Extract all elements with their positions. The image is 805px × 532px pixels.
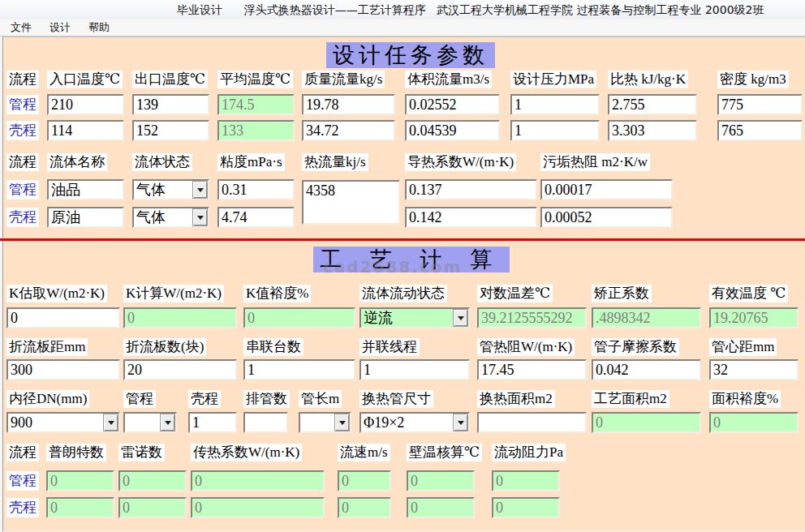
t1-shell-outlet-temp-input[interactable]	[132, 120, 209, 141]
t4-tube-pitch-input[interactable]	[709, 359, 799, 380]
dropdown-arrow-icon[interactable]	[453, 309, 468, 327]
t6-tube-prandtl-output	[46, 470, 114, 491]
t2-shell-viscosity-input[interactable]	[217, 207, 295, 228]
t2-tube-viscosity-input[interactable]	[217, 179, 295, 200]
t6-shell-wall-temp-output	[407, 497, 475, 518]
t1-shell-avg-temp-output	[217, 120, 295, 141]
t4-baffle-count-input[interactable]	[123, 359, 237, 380]
t1-tube-pressure-input[interactable]	[510, 94, 600, 115]
t2-tube-fluid-state-combo[interactable]: 气体	[132, 179, 209, 200]
t4-parallel-lines-input[interactable]	[359, 359, 470, 380]
t3-header-lmtd: 对数温差℃	[477, 285, 553, 302]
t2-shell-conductivity-input[interactable]	[405, 207, 537, 228]
t1-tube-inlet-temp-input[interactable]	[47, 94, 124, 115]
t6-shell-prandtl-output	[46, 497, 114, 518]
t6-tube-reynolds-output	[118, 470, 187, 491]
t2-shell-fluid-state-value: 气体	[134, 208, 192, 226]
dropdown-arrow-icon[interactable]	[192, 181, 208, 199]
t6-shell-htc-output	[191, 497, 325, 518]
t3-lmtd-output	[477, 307, 587, 328]
t4-header-friction: 管子摩擦系数	[592, 338, 679, 356]
t5-tube-rows-input[interactable]	[243, 412, 288, 433]
t4-tube-resist-input[interactable]	[477, 359, 587, 380]
t2-tube-fouling-input[interactable]	[540, 179, 673, 200]
t1-tube-density-input[interactable]	[717, 94, 803, 115]
t2-shell-fouling-input[interactable]	[540, 207, 673, 228]
dropdown-arrow-icon[interactable]	[160, 414, 175, 431]
section-divider-line	[0, 238, 805, 241]
menu-file[interactable]: 文件	[8, 19, 34, 36]
t2-header-viscosity: 粘度mPa·s	[217, 153, 285, 171]
t1-header-avg-temp: 平均温度℃	[217, 71, 293, 88]
t1-shell-spec-heat-input[interactable]	[608, 120, 697, 141]
t3-correction-output	[592, 307, 701, 328]
dropdown-arrow-icon[interactable]	[192, 208, 208, 226]
t1-header-outlet-temp: 出口温度℃	[132, 71, 208, 88]
t2-header-conductivity: 导热系数W/(m·K)	[405, 153, 516, 171]
t6-header-pressure-drop: 流动阻力Pa	[492, 444, 566, 461]
t2-shell-fluid-state-combo[interactable]: 气体	[132, 207, 209, 228]
site-watermark: cad2688.com	[323, 257, 462, 277]
t1-tube-vol-flow-input[interactable]	[405, 94, 500, 115]
t5-header-tube-passes: 管程	[123, 390, 156, 408]
dropdown-arrow-icon[interactable]	[453, 414, 468, 431]
t5-tube-size-combo[interactable]: Φ19×2	[359, 412, 470, 433]
t5-inner-dia-combo[interactable]: 900	[6, 412, 120, 433]
t4-header-series-units: 串联台数	[243, 338, 303, 356]
t5-shell-passes-input[interactable]	[188, 412, 237, 433]
t6-header-flow: 流程	[6, 444, 39, 461]
t6-shell-reynolds-output	[118, 497, 187, 518]
t2-tube-conductivity-input[interactable]	[405, 179, 537, 200]
t6-header-reynolds: 雷诺数	[118, 444, 165, 461]
t5-tube-length-combo[interactable]	[299, 412, 351, 433]
menu-help[interactable]: 帮助	[86, 19, 112, 36]
dropdown-arrow-icon[interactable]	[103, 414, 118, 431]
t2-header-fluid-name: 流体名称	[47, 153, 107, 171]
t3-header-k-calculated: K计算W/(m2·K)	[123, 285, 224, 302]
t1-row-label-tube: 管程	[6, 95, 39, 114]
t3-header-eff-temp: 有效温度 ℃	[709, 285, 788, 302]
t3-flow-state-combo[interactable]: 逆流	[359, 307, 470, 328]
t2-header-flow: 流程	[6, 153, 39, 171]
t3-k-estimate-input[interactable]	[6, 307, 120, 328]
t3-k-calculated-output	[123, 307, 237, 328]
t5-header-inner-dia: 内径DN(mm)	[6, 390, 89, 408]
t4-series-units-input[interactable]	[243, 359, 355, 380]
t1-tube-mass-flow-input[interactable]	[302, 94, 395, 115]
t5-header-tube-size: 换热管尺寸	[359, 390, 433, 408]
t5-header-tube-length: 管长m	[299, 390, 342, 408]
t1-shell-pressure-input[interactable]	[510, 120, 600, 141]
t2-heat-flow-input[interactable]: 4358	[302, 180, 400, 225]
t1-shell-inlet-temp-input[interactable]	[47, 120, 124, 141]
t6-tube-htc-output	[191, 470, 325, 491]
t5-hx-area-input[interactable]	[477, 412, 587, 433]
t6-tube-velocity-output	[338, 470, 391, 491]
t3-k-margin-output	[243, 307, 355, 328]
t2-header-fluid-state: 流体状态	[132, 153, 192, 171]
t4-baffle-spacing-input[interactable]	[6, 359, 120, 380]
t4-header-parallel-lines: 并联线程	[359, 338, 420, 356]
t1-shell-density-input[interactable]	[717, 120, 803, 141]
t1-tube-outlet-temp-input[interactable]	[132, 94, 209, 115]
t1-shell-mass-flow-input[interactable]	[302, 120, 395, 141]
t5-area-margin-output	[709, 412, 799, 433]
t6-header-prandtl: 普朗特数	[46, 444, 106, 461]
menu-design[interactable]: 设计	[47, 19, 73, 36]
t4-header-tube-pitch: 管心距mm	[709, 338, 777, 356]
t6-header-velocity: 流速m/s	[338, 444, 390, 461]
t4-friction-input[interactable]	[592, 359, 701, 380]
t1-shell-vol-flow-input[interactable]	[405, 120, 500, 141]
t1-header-spec-heat: 比热 kJ/kg·K	[608, 71, 688, 88]
t4-header-baffle-count: 折流板数(块)	[123, 338, 206, 356]
section-title-design-params: 设计任务参数	[326, 42, 495, 68]
t3-header-k-estimate: K估取W/(m2·K)	[6, 285, 107, 302]
t1-tube-spec-heat-input[interactable]	[608, 94, 697, 115]
t6-header-htc: 传热系数W/(m·K)	[191, 444, 302, 461]
dropdown-arrow-icon[interactable]	[334, 414, 350, 431]
t2-tube-fluid-name-input[interactable]	[47, 179, 124, 200]
t2-shell-fluid-name-input[interactable]	[47, 207, 124, 228]
t1-tube-avg-temp-output	[217, 94, 295, 115]
t5-tube-passes-combo[interactable]	[123, 412, 177, 433]
t1-header-inlet-temp: 入口温度℃	[47, 71, 123, 88]
t6-tube-wall-temp-output	[407, 470, 475, 491]
